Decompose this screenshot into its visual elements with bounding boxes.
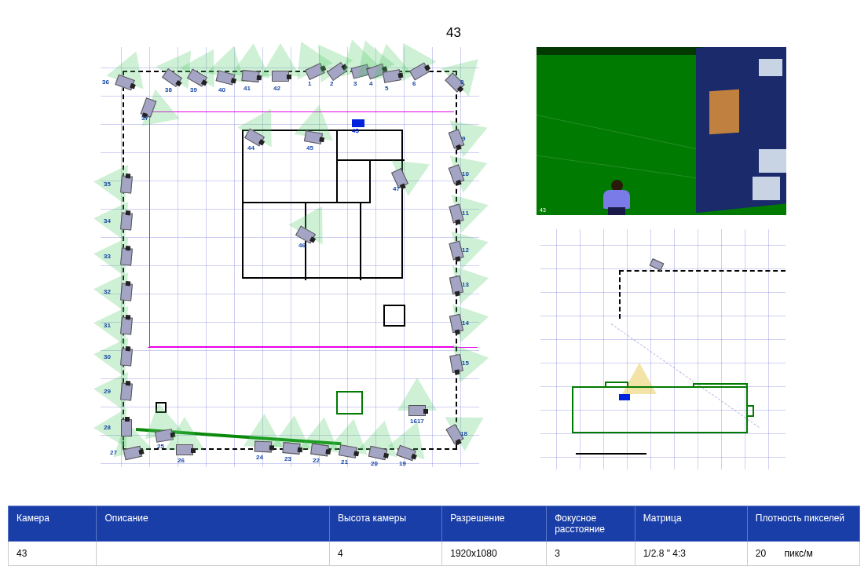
camera-label: 13 <box>462 281 469 288</box>
camera-label: 32 <box>104 288 111 295</box>
camera-label: 12 <box>462 247 469 254</box>
th-height[interactable]: Высота камеры <box>330 506 442 542</box>
camera-label: 39 <box>190 86 197 93</box>
cell-description <box>97 542 330 566</box>
zoom-building <box>572 386 748 433</box>
cell-focal: 3 <box>547 542 635 566</box>
camera-label: 21 <box>341 458 348 466</box>
camera-icon[interactable] <box>310 444 329 457</box>
camera-label: 14 <box>462 320 469 327</box>
building-outline <box>242 130 403 279</box>
camera-label: 37 <box>141 115 148 122</box>
selected-camera-label: 43 <box>352 127 359 134</box>
camera-label: 41 <box>244 85 251 92</box>
camera-icon[interactable] <box>120 316 133 334</box>
camera-icon[interactable] <box>272 71 289 82</box>
selected-camera-marker[interactable] <box>352 119 364 127</box>
camera-icon[interactable] <box>120 382 133 400</box>
camera-icon[interactable] <box>120 348 133 366</box>
camera-label: 26 <box>178 457 185 464</box>
camera-label: 11 <box>462 210 469 217</box>
camera-label: 22 <box>313 457 320 464</box>
camera-label: 2 <box>330 80 333 87</box>
structure-small-3 <box>156 402 167 413</box>
camera-label: 18 <box>460 430 467 437</box>
camera-label: 42 <box>273 85 280 92</box>
table-row[interactable]: 43 4 1920x1080 3 1/2.8 " 4:3 20 пикс/м <box>9 542 860 566</box>
structure-small-1 <box>383 305 405 327</box>
camera-label: 4 <box>369 80 372 87</box>
camera-label: 9 <box>462 135 465 142</box>
camera-label: 34 <box>104 217 111 225</box>
camera-label: 38 <box>165 86 172 93</box>
structure-small-2 <box>336 391 363 415</box>
camera-3d-preview[interactable]: 43 <box>537 47 786 215</box>
camera-label: 5 <box>385 85 388 92</box>
camera-label: 28 <box>104 424 111 431</box>
camera-label: 8 <box>460 79 463 86</box>
preview-camera-badge: 43 <box>540 207 546 213</box>
camera-label: 1 <box>308 80 311 87</box>
camera-icon[interactable] <box>121 419 132 436</box>
camera-label: 29 <box>104 388 111 395</box>
camera-icon[interactable] <box>120 247 133 265</box>
zoom-far-line <box>576 453 646 455</box>
camera-icon[interactable] <box>408 405 426 416</box>
camera-icon[interactable] <box>282 442 300 455</box>
zoom-fence-v <box>619 270 621 319</box>
camera-label: 3 <box>353 80 357 87</box>
camera-label: 6 <box>412 80 416 87</box>
cell-resolution: 1920x1080 <box>442 542 547 566</box>
th-resolution[interactable]: Разрешение <box>442 506 547 542</box>
site-plan-view[interactable]: 3637383940414212345689101112131415161718… <box>101 47 479 467</box>
camera-label: 24 <box>256 454 263 461</box>
camera-label: 19 <box>399 460 406 467</box>
camera-properties-table: Камера Описание Высота камеры Разрешение… <box>8 506 860 566</box>
preview-door <box>709 89 739 135</box>
camera-icon[interactable] <box>241 70 259 82</box>
cell-sensor: 1/2.8 " 4:3 <box>635 542 747 566</box>
camera-icon[interactable] <box>255 441 272 453</box>
camera-label: 1617 <box>410 418 424 425</box>
camera-label: 36 <box>102 79 109 86</box>
camera-icon[interactable] <box>176 444 193 455</box>
th-description[interactable]: Описание <box>97 506 330 542</box>
cell-height: 4 <box>330 542 442 566</box>
camera-2d-zoom[interactable] <box>540 229 786 469</box>
camera-label: 23 <box>284 455 291 462</box>
camera-label: 33 <box>104 253 111 260</box>
cell-camera: 43 <box>9 542 97 566</box>
camera-label: 15 <box>462 360 469 367</box>
camera-label: 45 <box>306 144 313 152</box>
camera-label: 30 <box>104 353 111 360</box>
preview-person <box>599 180 635 215</box>
camera-label: 10 <box>462 170 469 177</box>
th-camera[interactable]: Камера <box>9 506 97 542</box>
th-sensor[interactable]: Матрица <box>635 506 747 542</box>
camera-label: 27 <box>110 449 117 456</box>
camera-label: 47 <box>393 185 400 192</box>
th-density[interactable]: Плотность пикселей <box>747 506 859 542</box>
camera-label: 44 <box>247 144 255 152</box>
zoom-selected-camera[interactable] <box>619 394 630 400</box>
camera-icon[interactable] <box>120 175 133 193</box>
camera-label: 25 <box>157 443 164 450</box>
zoom-fence-h <box>619 270 786 272</box>
camera-icon[interactable] <box>120 212 133 230</box>
camera-label: 46 <box>298 242 306 249</box>
camera-label: 31 <box>104 322 111 329</box>
cell-density: 20 пикс/м <box>747 542 859 566</box>
page-title: 43 <box>446 25 461 41</box>
camera-icon[interactable] <box>120 283 133 301</box>
camera-label: 20 <box>371 460 378 467</box>
th-focal[interactable]: Фокусное расстояние <box>547 506 635 542</box>
camera-label: 35 <box>104 181 111 188</box>
camera-label: 40 <box>218 86 225 93</box>
